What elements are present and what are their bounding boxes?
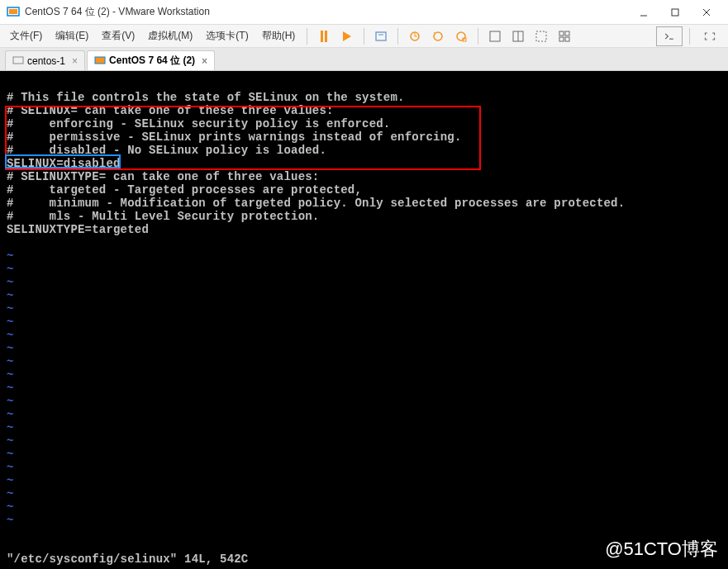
terminal-line: # permissive - SELinux prints warnings i… xyxy=(7,130,721,144)
view-thumbnail-icon[interactable] xyxy=(554,26,574,46)
close-button[interactable] xyxy=(692,2,721,22)
view-split-icon[interactable] xyxy=(508,26,528,46)
vim-statusline: "/etc/sysconfig/selinux" 14L, 542C xyxy=(7,552,248,566)
fullscreen-icon[interactable] xyxy=(697,26,723,46)
snapshot-manage-icon[interactable] xyxy=(451,26,471,46)
vim-tilde: ~ xyxy=(7,461,721,474)
view-unity-icon[interactable] xyxy=(531,26,551,46)
vim-tilde: ~ xyxy=(7,289,721,302)
menu-edit[interactable]: 编辑(E) xyxy=(49,26,95,46)
pause-button[interactable] xyxy=(314,26,334,46)
vim-tilde: ~ xyxy=(7,276,721,289)
svg-rect-22 xyxy=(95,57,105,64)
svg-rect-18 xyxy=(559,37,564,41)
titlebar: CentOS 7 64 位 (2) - VMware Workstation xyxy=(0,0,728,25)
svg-rect-17 xyxy=(565,31,569,36)
terminal-line: # mls - Multi Level Security protection. xyxy=(7,210,721,223)
tab-centos-7-64[interactable]: CentOS 7 64 位 (2) × xyxy=(87,50,215,70)
vim-tilde: ~ xyxy=(7,487,721,500)
window-title: CentOS 7 64 位 (2) - VMware Workstation xyxy=(25,5,629,19)
vim-tilde: ~ xyxy=(7,395,721,408)
vim-tilde: ~ xyxy=(7,474,721,487)
vim-tilde: ~ xyxy=(7,329,721,342)
snapshot-take-icon[interactable] xyxy=(405,26,425,46)
console-mode-icon[interactable] xyxy=(656,26,683,46)
terminal-line: # disabled - No SELinux policy is loaded… xyxy=(7,144,721,157)
terminal-line: # SELINUX= can take one of these three v… xyxy=(7,104,721,117)
vim-tilde: ~ xyxy=(7,408,721,421)
vim-tilde: ~ xyxy=(7,302,721,315)
snapshot-revert-icon[interactable] xyxy=(428,26,448,46)
view-single-icon[interactable] xyxy=(485,26,505,46)
vim-tilde: ~ xyxy=(7,514,721,527)
svg-rect-21 xyxy=(13,57,23,64)
toolbar-divider xyxy=(478,28,478,45)
app-icon xyxy=(7,6,20,19)
vim-tilde: ~ xyxy=(7,315,721,329)
tab-centos-1[interactable]: centos-1 × xyxy=(5,50,85,70)
terminal[interactable]: # This file controls the state of SELinu… xyxy=(0,71,728,569)
minimize-button[interactable] xyxy=(629,2,659,22)
svg-rect-1 xyxy=(9,9,17,14)
vm-icon xyxy=(12,55,24,67)
tab-close-icon[interactable]: × xyxy=(72,55,78,67)
terminal-line: # minimum - Modification of targeted pol… xyxy=(7,197,721,210)
svg-rect-12 xyxy=(490,31,500,41)
vim-tilde: ~ xyxy=(7,421,721,434)
vim-tilde: ~ xyxy=(7,500,721,514)
terminal-line: SELINUX=disabled xyxy=(7,157,721,170)
vim-tilde: ~ xyxy=(7,448,721,461)
send-ctrl-alt-del-icon[interactable] xyxy=(371,26,391,46)
terminal-line: # This file controls the state of SELinu… xyxy=(7,91,721,104)
menu-file[interactable]: 文件(F) xyxy=(3,26,49,46)
vim-tilde: ~ xyxy=(7,263,721,276)
toolbar-divider xyxy=(364,28,364,45)
toolbar-divider xyxy=(307,28,307,45)
tab-close-icon[interactable]: × xyxy=(202,55,207,67)
tab-label: CentOS 7 64 位 (2) xyxy=(109,54,195,68)
tabbar: centos-1 × CentOS 7 64 位 (2) × xyxy=(0,48,728,71)
vm-icon xyxy=(94,55,106,67)
vim-tilde: ~ xyxy=(7,249,721,263)
vim-tilde: ~ xyxy=(7,382,721,395)
svg-rect-6 xyxy=(376,32,386,40)
vim-tilde: ~ xyxy=(7,368,721,382)
terminal-line: # SELINUXTYPE= can take one of three val… xyxy=(7,170,721,183)
menu-help[interactable]: 帮助(H) xyxy=(255,26,302,46)
menu-view[interactable]: 查看(V) xyxy=(95,26,141,46)
window-controls xyxy=(629,2,721,22)
play-button[interactable] xyxy=(337,26,357,46)
svg-rect-3 xyxy=(672,9,678,16)
vim-tilde: ~ xyxy=(7,355,721,368)
svg-rect-15 xyxy=(536,31,546,41)
svg-rect-16 xyxy=(559,31,564,36)
maximize-button[interactable] xyxy=(660,2,690,22)
svg-point-10 xyxy=(457,32,465,40)
menu-tabs[interactable]: 选项卡(T) xyxy=(199,26,255,46)
menubar: 文件(F) 编辑(E) 查看(V) 虚拟机(M) 选项卡(T) 帮助(H) xyxy=(0,25,728,48)
vim-tilde: ~ xyxy=(7,342,721,355)
terminal-line: SELINUXTYPE=targeted xyxy=(7,223,721,236)
terminal-line: # targeted - Targeted processes are prot… xyxy=(7,183,721,197)
vim-tilde: ~ xyxy=(7,434,721,448)
menu-vm[interactable]: 虚拟机(M) xyxy=(141,26,199,46)
tab-label: centos-1 xyxy=(27,55,65,67)
svg-rect-19 xyxy=(565,37,569,41)
toolbar-divider xyxy=(689,28,690,45)
toolbar-divider xyxy=(397,28,398,45)
terminal-line: # enforcing - SELinux security policy is… xyxy=(7,117,721,130)
watermark: @51CTO博客 xyxy=(605,543,718,556)
